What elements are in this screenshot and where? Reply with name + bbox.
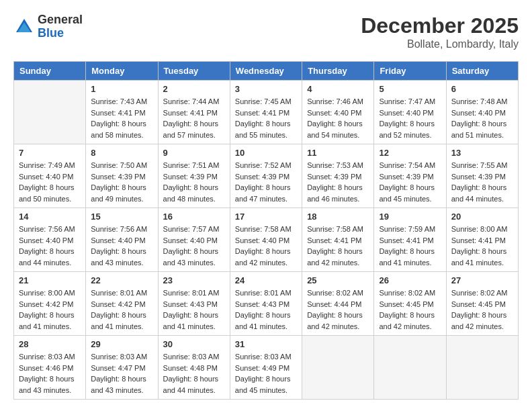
- sunrise: Sunrise: 7:54 AM: [379, 160, 441, 171]
- header-saturday: Saturday: [446, 62, 518, 81]
- daylight: Daylight: 8 hours and 41 minutes.: [235, 310, 297, 332]
- calendar-week-row: 28 Sunrise: 8:03 AM Sunset: 4:46 PM Dayl…: [14, 336, 519, 400]
- header-tuesday: Tuesday: [158, 62, 230, 81]
- sunset: Sunset: 4:42 PM: [91, 299, 152, 310]
- day-info: Sunrise: 7:47 AM Sunset: 4:40 PM Dayligh…: [379, 96, 441, 140]
- daylight: Daylight: 8 hours and 52 minutes.: [379, 118, 441, 140]
- sunset: Sunset: 4:40 PM: [19, 235, 81, 246]
- location: Bollate, Lombardy, Italy: [361, 38, 519, 50]
- day-info: Sunrise: 8:03 AM Sunset: 4:49 PM Dayligh…: [235, 351, 297, 396]
- sunset: Sunset: 4:43 PM: [163, 299, 225, 310]
- table-row: 19 Sunrise: 7:59 AM Sunset: 4:41 PM Dayl…: [374, 208, 446, 272]
- day-info: Sunrise: 7:51 AM Sunset: 4:39 PM Dayligh…: [163, 160, 225, 204]
- daylight: Daylight: 8 hours and 41 minutes.: [451, 246, 513, 268]
- logo-text: General Blue: [38, 13, 83, 40]
- day-number: 5: [379, 84, 441, 94]
- day-number: 24: [235, 275, 297, 285]
- day-number: 7: [19, 148, 81, 158]
- day-number: 22: [91, 275, 152, 285]
- sunrise: Sunrise: 7:44 AM: [163, 96, 225, 107]
- sunrise: Sunrise: 7:58 AM: [307, 224, 369, 235]
- table-row: 22 Sunrise: 8:01 AM Sunset: 4:42 PM Dayl…: [86, 272, 158, 336]
- day-number: 21: [19, 275, 81, 285]
- sunset: Sunset: 4:41 PM: [451, 235, 513, 246]
- sunset: Sunset: 4:40 PM: [235, 235, 297, 246]
- calendar: Sunday Monday Tuesday Wednesday Thursday…: [13, 61, 519, 400]
- day-number: 6: [451, 84, 513, 94]
- day-info: Sunrise: 8:01 AM Sunset: 4:42 PM Dayligh…: [91, 287, 152, 332]
- day-number: 11: [307, 148, 369, 158]
- day-number: 4: [307, 84, 369, 94]
- sunrise: Sunrise: 8:03 AM: [19, 351, 81, 363]
- daylight: Daylight: 8 hours and 49 minutes.: [91, 182, 152, 204]
- day-number: 26: [379, 275, 441, 285]
- table-row: 14 Sunrise: 7:56 AM Sunset: 4:40 PM Dayl…: [14, 208, 86, 272]
- table-row: [14, 81, 86, 144]
- sunset: Sunset: 4:40 PM: [451, 107, 513, 119]
- table-row: 30 Sunrise: 8:03 AM Sunset: 4:48 PM Dayl…: [158, 336, 230, 400]
- day-number: 15: [91, 212, 152, 222]
- sunrise: Sunrise: 8:02 AM: [379, 287, 441, 299]
- day-info: Sunrise: 7:49 AM Sunset: 4:40 PM Dayligh…: [19, 160, 81, 204]
- calendar-week-row: 7 Sunrise: 7:49 AM Sunset: 4:40 PM Dayli…: [14, 144, 519, 208]
- day-info: Sunrise: 7:52 AM Sunset: 4:39 PM Dayligh…: [235, 160, 297, 204]
- day-number: 31: [235, 339, 297, 349]
- table-row: 24 Sunrise: 8:01 AM Sunset: 4:43 PM Dayl…: [230, 272, 302, 336]
- sunrise: Sunrise: 7:58 AM: [235, 224, 297, 235]
- daylight: Daylight: 8 hours and 58 minutes.: [91, 118, 152, 140]
- table-row: 20 Sunrise: 8:00 AM Sunset: 4:41 PM Dayl…: [446, 208, 518, 272]
- table-row: 13 Sunrise: 7:55 AM Sunset: 4:39 PM Dayl…: [446, 144, 518, 208]
- sunrise: Sunrise: 7:59 AM: [379, 224, 441, 235]
- logo-blue: Blue: [38, 27, 83, 40]
- day-number: 30: [163, 339, 225, 349]
- day-number: 14: [19, 212, 81, 222]
- header-wednesday: Wednesday: [230, 62, 302, 81]
- logo-icon: [13, 16, 35, 38]
- day-info: Sunrise: 8:03 AM Sunset: 4:48 PM Dayligh…: [163, 351, 225, 396]
- day-number: 10: [235, 148, 297, 158]
- sunset: Sunset: 4:39 PM: [163, 171, 225, 183]
- sunset: Sunset: 4:41 PM: [307, 235, 369, 246]
- sunset: Sunset: 4:47 PM: [91, 363, 152, 374]
- calendar-week-row: 21 Sunrise: 8:00 AM Sunset: 4:42 PM Dayl…: [14, 272, 519, 336]
- daylight: Daylight: 8 hours and 43 minutes.: [91, 373, 152, 396]
- header-friday: Friday: [374, 62, 446, 81]
- sunset: Sunset: 4:41 PM: [379, 235, 441, 246]
- table-row: 3 Sunrise: 7:45 AM Sunset: 4:41 PM Dayli…: [230, 81, 302, 144]
- day-info: Sunrise: 7:54 AM Sunset: 4:39 PM Dayligh…: [379, 160, 441, 204]
- table-row: 21 Sunrise: 8:00 AM Sunset: 4:42 PM Dayl…: [14, 272, 86, 336]
- sunset: Sunset: 4:45 PM: [379, 299, 441, 310]
- sunrise: Sunrise: 7:55 AM: [451, 160, 513, 171]
- daylight: Daylight: 8 hours and 50 minutes.: [19, 182, 81, 204]
- sunrise: Sunrise: 7:52 AM: [235, 160, 297, 171]
- sunrise: Sunrise: 7:51 AM: [163, 160, 225, 171]
- sunrise: Sunrise: 8:03 AM: [163, 351, 225, 363]
- table-row: 29 Sunrise: 8:03 AM Sunset: 4:47 PM Dayl…: [86, 336, 158, 400]
- sunset: Sunset: 4:39 PM: [307, 171, 369, 183]
- day-number: 8: [91, 148, 152, 158]
- day-info: Sunrise: 7:44 AM Sunset: 4:41 PM Dayligh…: [163, 96, 225, 140]
- table-row: [302, 336, 374, 400]
- sunrise: Sunrise: 8:03 AM: [235, 351, 297, 363]
- daylight: Daylight: 8 hours and 41 minutes.: [379, 246, 441, 268]
- day-info: Sunrise: 8:00 AM Sunset: 4:41 PM Dayligh…: [451, 224, 513, 268]
- day-info: Sunrise: 7:55 AM Sunset: 4:39 PM Dayligh…: [451, 160, 513, 204]
- sunrise: Sunrise: 7:50 AM: [91, 160, 152, 171]
- day-info: Sunrise: 8:02 AM Sunset: 4:44 PM Dayligh…: [307, 287, 369, 332]
- daylight: Daylight: 8 hours and 42 minutes.: [307, 246, 369, 268]
- sunrise: Sunrise: 7:49 AM: [19, 160, 81, 171]
- table-row: 18 Sunrise: 7:58 AM Sunset: 4:41 PM Dayl…: [302, 208, 374, 272]
- daylight: Daylight: 8 hours and 45 minutes.: [235, 373, 297, 396]
- sunrise: Sunrise: 7:57 AM: [163, 224, 225, 235]
- header-sunday: Sunday: [14, 62, 86, 81]
- daylight: Daylight: 8 hours and 48 minutes.: [163, 182, 225, 204]
- table-row: 2 Sunrise: 7:44 AM Sunset: 4:41 PM Dayli…: [158, 81, 230, 144]
- weekday-header-row: Sunday Monday Tuesday Wednesday Thursday…: [14, 62, 519, 81]
- daylight: Daylight: 8 hours and 44 minutes.: [451, 182, 513, 204]
- sunset: Sunset: 4:39 PM: [451, 171, 513, 183]
- table-row: 5 Sunrise: 7:47 AM Sunset: 4:40 PM Dayli…: [374, 81, 446, 144]
- sunset: Sunset: 4:40 PM: [19, 171, 81, 183]
- day-info: Sunrise: 7:59 AM Sunset: 4:41 PM Dayligh…: [379, 224, 441, 268]
- sunrise: Sunrise: 8:01 AM: [235, 287, 297, 299]
- table-row: 6 Sunrise: 7:48 AM Sunset: 4:40 PM Dayli…: [446, 81, 518, 144]
